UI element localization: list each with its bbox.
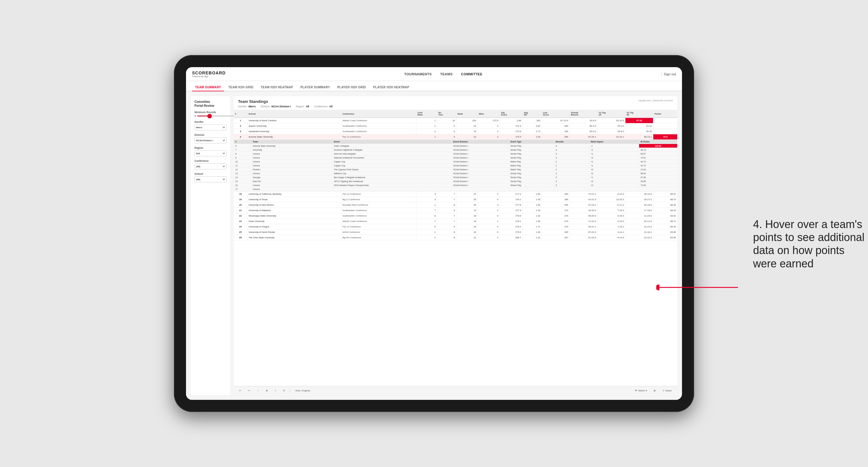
filter-conference: Conference: All: [314, 105, 332, 108]
nav-divider: [661, 72, 661, 76]
back-button[interactable]: ←: [255, 388, 261, 393]
school-select[interactable]: (All): [194, 176, 226, 182]
filter-gender-label: Gender:: [238, 105, 247, 108]
detail-col-w-points: W Points: [639, 140, 677, 144]
table-row: 2 Auburn University Southeastern Confere…: [234, 123, 677, 129]
gender-select[interactable]: Men's Women's: [194, 124, 226, 130]
standings-table: # School Conference ConfRank NoTour Bnds…: [234, 110, 677, 241]
filter-division-label: Division:: [260, 105, 270, 108]
undo-button[interactable]: ↩: [238, 388, 243, 393]
filter-region-label: Region:: [296, 105, 305, 108]
table-row: 23 Duke University Atlantic Coast Confer…: [234, 219, 677, 224]
sidebar: Committee Portal Review Minimum Rounds 0…: [191, 96, 230, 395]
tab-player-h2h-grid[interactable]: PLAYER H2H GRID: [334, 84, 369, 91]
col-points: Points: [653, 110, 677, 118]
min-rounds-slider[interactable]: [197, 116, 236, 117]
filter-division: Division: NCAA Division I: [260, 105, 291, 108]
annotation-text: 4. Hover over a team's points to see add…: [753, 218, 868, 270]
nav-right: Sign out: [661, 72, 676, 76]
sidebar-title: Committee Portal Review: [194, 100, 226, 108]
standings-table-wrapper: # School Conference ConfRank NoTour Bnds…: [234, 110, 677, 386]
nav-teams[interactable]: TEAMS: [440, 71, 453, 77]
col-no-tour: NoTour: [437, 110, 456, 118]
region-select[interactable]: N/A All: [194, 150, 226, 156]
filter-gender: Gender: Men's: [238, 105, 255, 108]
nav-tournaments[interactable]: TOURNAMENTS: [404, 71, 432, 77]
share-label: Share: [665, 389, 672, 392]
min-rounds-label: Minimum Rounds: [194, 111, 226, 114]
detail-col-team: Team: [251, 140, 332, 144]
detail-row-item: 14 Georgia Ben Hogan Collegiate Invitati…: [234, 176, 677, 179]
school-section: School (All): [194, 173, 226, 182]
conference-section: Conference (All): [194, 159, 226, 169]
conference-label: Conference: [194, 159, 226, 162]
detail-row-item: 17 Univers: [234, 187, 677, 191]
division-select[interactable]: NCAA Division I NCAA Division II NCAA Di…: [194, 137, 226, 143]
update-time: Update time: 13/03/2024 10:03:42: [639, 99, 673, 102]
schedule-button[interactable]: ⏱: [281, 388, 287, 393]
gender-section: Gender Men's Women's: [194, 120, 226, 130]
tab-team-h2h-grid[interactable]: TEAM H2H GRID: [225, 84, 256, 91]
sign-out-link[interactable]: Sign out: [664, 72, 676, 76]
tab-team-h2h-heatmap[interactable]: TEAM H2H HEATMAP: [258, 84, 296, 91]
table-row: 3 Vanderbilt University Southeastern Con…: [234, 129, 677, 134]
table-row: 20 University of New Mexico Mountain Wes…: [234, 203, 677, 208]
col-school: School: [247, 110, 341, 118]
detail-row-item: 10 Univers Copper Cup NCAA Division I Ma…: [234, 160, 677, 164]
filter-region-value: All: [306, 105, 309, 108]
detail-col-rounds: Rounds: [554, 140, 589, 144]
report-title: Team Standings: [238, 99, 268, 104]
toolbar-divider: [290, 389, 290, 393]
tablet-device: SCOREBOARD Powered by clipp TOURNAMENTS …: [174, 55, 694, 412]
table-row-highlighted: 4 Arizona State University Pac-12 Confer…: [234, 134, 677, 140]
table-row: 21 University of Alabama Southeastern Co…: [234, 208, 677, 213]
col-conf-rank: ConfRank: [416, 110, 437, 118]
view-original-button[interactable]: View: Original: [293, 388, 312, 393]
share-icon: ↗: [662, 389, 664, 392]
copy-button[interactable]: ⊕: [264, 388, 270, 393]
conference-select[interactable]: (All): [194, 163, 226, 169]
grid-button[interactable]: ⊞: [652, 388, 657, 393]
table-row: 26 The Ohio State University Big Ten Con…: [234, 235, 677, 241]
share-button[interactable]: ↗ Share: [660, 388, 674, 393]
add-button[interactable]: +: [273, 388, 278, 393]
detail-header-row: # Team Event Event Division Event Type R…: [234, 140, 677, 191]
tab-player-summary[interactable]: PLAYER SUMMARY: [297, 84, 333, 91]
division-label: Division: [194, 133, 226, 136]
filter-row: Gender: Men's Division: NCAA Division I …: [238, 105, 673, 108]
filter-gender-value: Men's: [249, 105, 256, 108]
redo-button[interactable]: ↪: [246, 388, 252, 393]
watch-button[interactable]: 👁 Watch ▾: [633, 388, 649, 393]
tab-player-h2h-heatmap[interactable]: PLAYER H2H HEATMAP: [370, 84, 412, 91]
detail-col-event-div: Event Division: [452, 140, 509, 144]
slider-row: 0: [194, 115, 226, 117]
filter-conference-value: All: [329, 105, 332, 108]
filter-conference-label: Conference:: [314, 105, 328, 108]
logo-area: SCOREBOARD Powered by clipp: [192, 70, 226, 77]
col-wins: Wins: [477, 110, 500, 118]
main-content: Committee Portal Review Minimum Rounds 0…: [186, 91, 682, 400]
detail-cell: # Team Event Event Division Event Type R…: [234, 140, 677, 191]
col-low: LowScore: [542, 110, 569, 118]
conference-cell: Atlantic Coast Conference: [341, 118, 416, 123]
col-vs50: Vs Top50: [625, 110, 653, 118]
school-label: School: [194, 173, 226, 176]
main-nav: TOURNAMENTS TEAMS COMMITTEE: [404, 71, 483, 77]
col-vs25: Vs Top25: [597, 110, 625, 118]
nav-committee[interactable]: COMMITTEE: [461, 71, 483, 77]
filter-region: Region: All: [296, 105, 309, 108]
top-navigation: SCOREBOARD Powered by clipp TOURNAMENTS …: [186, 67, 682, 81]
tab-team-summary[interactable]: TEAM SUMMARY: [192, 84, 224, 91]
detail-row-item: 12 Florida I The Cypress Point Classic N…: [234, 167, 677, 172]
region-section: Region N/A All: [194, 146, 226, 156]
view-label: View: Original: [295, 389, 310, 392]
detail-col-event: Event: [332, 140, 452, 144]
table-row: 25 University of North Florida ASUN Conf…: [234, 229, 677, 235]
slider-min: 0: [194, 115, 196, 117]
school-cell: University of North Carolina: [247, 118, 341, 123]
detail-row-item: 13 Univers Williams Cup NCAA Division I …: [234, 172, 677, 176]
detail-col-rank: #: [234, 140, 251, 144]
detail-row-item: 11 Univers Copper Cup NCAA Division I Ma…: [234, 164, 677, 167]
detail-row-item: 8 Univers Amer An Intercollegiate NCAA D…: [234, 152, 677, 156]
col-avg-sg: Avg.SG: [523, 110, 542, 118]
